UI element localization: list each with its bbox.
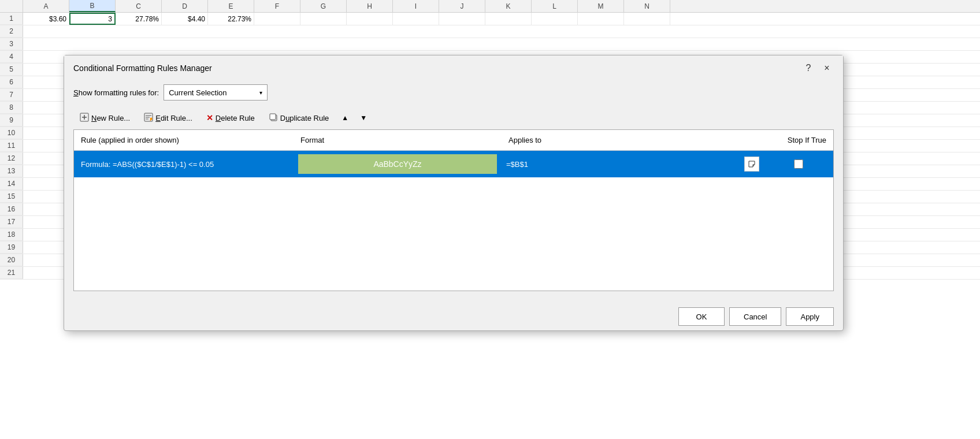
- move-up-button[interactable]: ▲: [336, 109, 354, 127]
- cell-f1[interactable]: [254, 13, 300, 25]
- new-rule-label: New Rule...: [91, 114, 130, 122]
- delete-rule-button[interactable]: ✕ Delete Rule: [200, 109, 261, 127]
- col-header-rule: Rule (applied in order shown): [74, 132, 294, 148]
- cell-i1[interactable]: [393, 13, 439, 25]
- format-preview: AaBbCcYyZz: [298, 154, 497, 174]
- row-3: 3: [0, 38, 980, 51]
- cell-h1[interactable]: [347, 13, 393, 25]
- col-header-j: J: [439, 0, 485, 12]
- col-headers-row: A B C D E F G H I J K L M N: [0, 0, 980, 13]
- show-rules-dropdown[interactable]: Current Selection ▾: [164, 84, 268, 101]
- rules-table: Rule (applied in order shown) Format App…: [73, 129, 834, 291]
- col-header-stop-if-true: Stop If True: [764, 132, 833, 148]
- col-header-g: G: [300, 0, 347, 12]
- stop-if-true-cell: [764, 157, 833, 171]
- up-arrow-icon: ▲: [341, 114, 348, 122]
- show-rules-label-text: S: [73, 88, 79, 97]
- move-down-button[interactable]: ▼: [355, 109, 372, 127]
- delete-rule-icon: ✕: [206, 113, 213, 122]
- edit-rule-icon: [144, 113, 153, 124]
- ok-button[interactable]: OK: [678, 307, 725, 326]
- col-header-f: F: [254, 0, 300, 12]
- duplicate-rule-button[interactable]: Duplicate Rule: [262, 109, 336, 127]
- col-header-a: A: [23, 0, 69, 12]
- conditional-formatting-dialog: Conditional Formatting Rules Manager ? ×…: [64, 55, 844, 331]
- edit-rule-button[interactable]: Edit Rule...: [138, 109, 199, 127]
- show-rules-label: Show formatting rules for:: [73, 88, 159, 97]
- duplicate-rule-icon: [269, 113, 278, 124]
- svg-rect-8: [270, 114, 276, 120]
- dialog-footer: OK Cancel Apply: [64, 300, 843, 330]
- col-header-applies-to: Applies to: [502, 132, 764, 148]
- new-rule-icon: [80, 113, 89, 124]
- col-header-e: E: [208, 0, 254, 12]
- cell-m1[interactable]: [578, 13, 624, 25]
- close-button[interactable]: ×: [820, 61, 834, 75]
- cell-d1[interactable]: $4.40: [162, 13, 208, 25]
- cell-g1[interactable]: [300, 13, 347, 25]
- cell-a1[interactable]: $3.60: [23, 13, 69, 25]
- cell-c1[interactable]: 27.78%: [116, 13, 162, 25]
- table-header: Rule (applied in order shown) Format App…: [74, 130, 833, 151]
- applies-to-cell: [502, 154, 764, 174]
- col-header-i: I: [393, 0, 439, 12]
- format-preview-cell: AaBbCcYyZz: [294, 152, 502, 176]
- cell-j1[interactable]: [439, 13, 485, 25]
- show-rules-row: Show formatting rules for: Current Selec…: [73, 84, 834, 101]
- dialog-titlebar: Conditional Formatting Rules Manager ? ×: [64, 55, 843, 80]
- col-header-m: M: [578, 0, 624, 12]
- dialog-title: Conditional Formatting Rules Manager: [73, 64, 212, 73]
- dialog-body: Show formatting rules for: Current Selec…: [64, 80, 843, 300]
- cell-k1[interactable]: [485, 13, 532, 25]
- rules-toolbar: New Rule... Edit Rule... ✕ Delete Rule: [73, 106, 834, 129]
- collapse-dialog-button[interactable]: [744, 157, 759, 172]
- col-header-k: K: [485, 0, 532, 12]
- col-header-b: B: [69, 0, 116, 12]
- cell-e1[interactable]: 22.73%: [208, 13, 254, 25]
- new-rule-button[interactable]: New Rule...: [73, 109, 136, 127]
- cancel-button[interactable]: Cancel: [729, 307, 781, 326]
- row-1: 1 $3.60 3 27.78% $4.40 22.73%: [0, 13, 980, 25]
- stop-if-true-checkbox[interactable]: [794, 159, 803, 169]
- help-button[interactable]: ?: [801, 61, 815, 75]
- col-header-n: N: [624, 0, 670, 12]
- down-arrow-icon: ▼: [360, 114, 367, 122]
- edit-rule-label: Edit Rule...: [155, 114, 192, 122]
- duplicate-rule-label: Duplicate Rule: [280, 114, 329, 122]
- corner-cell: [0, 0, 23, 12]
- show-rules-value: Current Selection: [169, 88, 227, 97]
- applies-to-input[interactable]: [506, 160, 742, 169]
- col-header-c: C: [116, 0, 162, 12]
- rule-formula-cell: Formula: =ABS(($C$1/$E$1)-1) <= 0.05: [74, 158, 294, 171]
- apply-button[interactable]: Apply: [786, 307, 834, 326]
- cell-n1[interactable]: [624, 13, 670, 25]
- cell-b1[interactable]: 3: [69, 13, 116, 25]
- row-header-1: 1: [0, 13, 23, 25]
- rule-row[interactable]: Formula: =ABS(($C$1/$E$1)-1) <= 0.05 AaB…: [74, 151, 833, 177]
- dialog-controls: ? ×: [801, 61, 834, 75]
- col-header-l: L: [532, 0, 578, 12]
- cell-l1[interactable]: [532, 13, 578, 25]
- col-header-format: Format: [294, 132, 502, 148]
- col-header-h: H: [347, 0, 393, 12]
- row-2: 2: [0, 25, 980, 38]
- col-header-d: D: [162, 0, 208, 12]
- dropdown-chevron-icon: ▾: [259, 90, 262, 96]
- delete-rule-label: Delete Rule: [216, 114, 255, 122]
- table-body: Formula: =ABS(($C$1/$E$1)-1) <= 0.05 AaB…: [74, 151, 833, 289]
- show-rules-label-rest: how formatting rules for:: [79, 88, 159, 97]
